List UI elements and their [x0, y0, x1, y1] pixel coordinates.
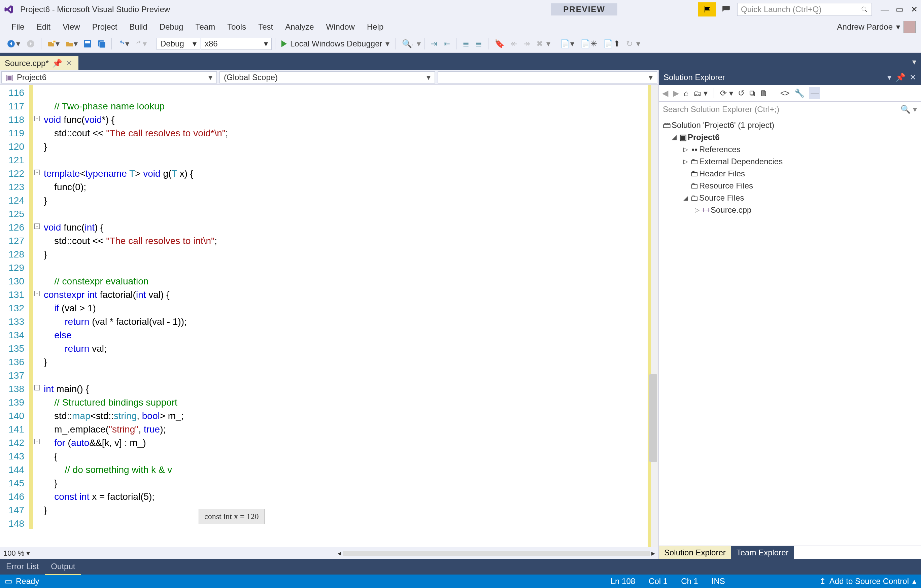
nav-back-button[interactable]: ▾ [4, 38, 23, 50]
find-in-files-button[interactable]: 🔍, [399, 38, 416, 50]
panel-close-icon[interactable]: ✕ [910, 73, 916, 82]
new-class-button[interactable]: 📄✳ [578, 38, 600, 50]
close-tab-icon[interactable]: ✕ [66, 58, 72, 68]
menu-build[interactable]: Build [123, 21, 153, 33]
preview-badge: PREVIEW [551, 3, 617, 15]
feedback-icon[interactable] [719, 2, 733, 16]
menu-file[interactable]: File [5, 21, 31, 33]
tree-external-deps[interactable]: ▷🗀External Dependencies [659, 156, 921, 167]
step-button-2[interactable]: ⇤ [441, 38, 453, 50]
document-tab-source[interactable]: Source.cpp* 📌 ✕ [0, 56, 78, 70]
tree-source-files[interactable]: ◢🗀Source Files [659, 192, 921, 204]
project-dropdown[interactable]: ▣Project6▾ [2, 71, 217, 83]
bk-prev-button[interactable]: ↞ [508, 38, 520, 50]
solution-config-dropdown[interactable]: Debug▾ [156, 38, 200, 50]
menu-help[interactable]: Help [361, 21, 389, 33]
pin-icon[interactable]: 📌 [52, 58, 62, 68]
tree-solution[interactable]: 🗃Solution 'Project6' (1 project) [659, 119, 921, 131]
tab-overflow-icon[interactable]: ▾ [912, 57, 916, 67]
se-forward-icon[interactable]: ▶ [673, 89, 679, 98]
new-project-button[interactable]: ✳▾ [45, 38, 62, 50]
tab-team-explorer[interactable]: Team Explorer [731, 546, 794, 559]
se-properties-icon[interactable]: 🔧 [794, 89, 804, 98]
notification-flag-icon[interactable] [698, 2, 716, 16]
status-ready: Ready [16, 577, 39, 586]
tree-project[interactable]: ◢▣Project6 [659, 131, 921, 143]
menu-debug[interactable]: Debug [153, 21, 190, 33]
code-text[interactable]: // Two-phase name lookupvoid func(void*)… [41, 85, 659, 547]
nav-forward-button[interactable] [24, 38, 38, 49]
step-button-1[interactable]: ⇥ [428, 38, 440, 50]
indent-left-button[interactable]: ≣ [460, 38, 472, 50]
status-source-control[interactable]: ↥ Add to Source Control ▴ [819, 577, 916, 586]
solution-tree[interactable]: 🗃Solution 'Project6' (1 project) ◢▣Proje… [659, 117, 921, 546]
new-item-button[interactable]: 📄▾ [557, 38, 577, 50]
start-debugging-button[interactable]: Local Windows Debugger ▾ [279, 38, 392, 50]
new-enum-button[interactable]: 📄⬆ [600, 38, 623, 50]
se-home-icon[interactable]: ⌂ [684, 89, 689, 98]
tab-output[interactable]: Output [45, 559, 81, 575]
se-show-all-icon[interactable]: 🗎 [760, 89, 768, 98]
navigation-bar: ▣Project6▾ (Global Scope)▾ ▾ [0, 70, 659, 85]
panel-options-icon[interactable]: ▾ [887, 73, 892, 82]
quick-launch-input[interactable]: Quick Launch (Ctrl+Q) [737, 3, 872, 16]
tab-error-list[interactable]: Error List [0, 559, 45, 575]
avatar[interactable] [903, 21, 916, 33]
save-all-button[interactable] [94, 38, 108, 49]
status-col: Col 1 [649, 577, 667, 586]
tab-solution-explorer[interactable]: Solution Explorer [659, 546, 731, 559]
side-panel-tabs: Solution Explorer Team Explorer [659, 546, 921, 559]
status-ins: INS [712, 577, 725, 586]
indent-right-button[interactable]: ≣ [473, 38, 485, 50]
se-collapse-icon[interactable]: ⧉ [749, 89, 755, 98]
tree-source-cpp[interactable]: ▷++Source.cpp [659, 204, 921, 216]
zoom-level[interactable]: 100 %▾ [3, 549, 30, 558]
enhanced-scrollbar[interactable] [648, 85, 659, 547]
open-file-button[interactable]: ▾ [63, 38, 80, 50]
close-button[interactable]: ✕ [910, 5, 919, 14]
hscroll-left[interactable]: ◂ [338, 549, 341, 558]
member-dropdown[interactable]: ▾ [438, 71, 657, 83]
menu-window[interactable]: Window [320, 21, 361, 33]
bookmark-button[interactable]: 🔖 [492, 38, 507, 50]
solution-search-input[interactable]: Search Solution Explorer (Ctrl+;) 🔍 ▾ [659, 102, 921, 117]
menu-project[interactable]: Project [86, 21, 124, 33]
user-name[interactable]: Andrew Pardoe [837, 22, 893, 32]
search-icon [861, 6, 868, 13]
se-code-icon[interactable]: <> [780, 89, 790, 98]
menu-view[interactable]: View [57, 21, 86, 33]
se-solution-icon[interactable]: 🗂 ▾ [693, 89, 708, 98]
se-sync-icon[interactable]: ⟳ ▾ [720, 89, 733, 98]
restore-button[interactable]: ▭ [895, 5, 904, 14]
chevron-down-icon[interactable]: ▾ [896, 22, 900, 32]
panel-pin-icon[interactable]: 📌 [895, 73, 906, 82]
minimize-button[interactable]: — [880, 5, 889, 14]
se-preview-icon[interactable]: — [809, 87, 820, 99]
menu-team[interactable]: Team [189, 21, 221, 33]
scrollbar-thumb[interactable] [649, 374, 657, 462]
bk-clear-button[interactable]: ✖ [534, 38, 546, 50]
tree-resource-files[interactable]: 🗀Resource Files [659, 180, 921, 192]
refresh-button[interactable]: ↻ [623, 38, 636, 50]
menu-tools[interactable]: Tools [221, 21, 252, 33]
scope-dropdown[interactable]: (Global Scope)▾ [220, 71, 435, 83]
menu-analyze[interactable]: Analyze [279, 21, 320, 33]
hscrollbar[interactable] [343, 551, 650, 556]
hscroll-right[interactable]: ▸ [651, 549, 655, 558]
menu-test[interactable]: Test [252, 21, 279, 33]
undo-button[interactable]: ▾ [115, 38, 132, 50]
editor-footer: 100 %▾ ◂ ▸ [0, 547, 659, 559]
solution-explorer-header[interactable]: Solution Explorer ▾ 📌 ✕ [659, 70, 921, 85]
save-button[interactable] [81, 39, 94, 49]
code-editor[interactable]: 1161171181191201211221231241251261271281… [0, 85, 659, 547]
solution-platform-dropdown[interactable]: x86▾ [201, 38, 272, 50]
tree-header-files[interactable]: 🗀Header Files [659, 167, 921, 180]
se-refresh-icon[interactable]: ↺ [738, 89, 745, 98]
tree-references[interactable]: ▷▪▪References [659, 143, 921, 156]
se-back-icon[interactable]: ◀ [662, 89, 668, 98]
fold-margin[interactable]: ------ [33, 85, 41, 547]
menu-edit[interactable]: Edit [31, 21, 57, 33]
redo-button[interactable]: ▾ [133, 38, 150, 50]
bottom-tool-tabs: Error List Output [0, 559, 921, 575]
bk-next-button[interactable]: ↠ [521, 38, 533, 50]
